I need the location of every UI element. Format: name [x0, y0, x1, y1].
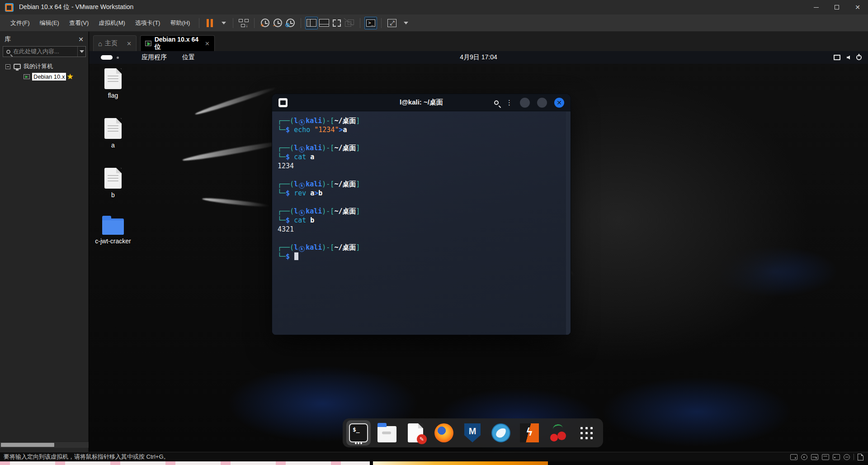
menu-item-3[interactable]: 虚拟机(M)	[94, 17, 130, 29]
terminal-window[interactable]: l@kali: ~/桌面 ⋮ ✕ ┌──(lkkali)-[~/桌面]└─$ e…	[272, 94, 571, 335]
folder-icon	[102, 218, 124, 235]
tree-vm-label: Debian 10.x	[32, 73, 66, 81]
take-snapshot-button[interactable]: +	[259, 17, 271, 29]
workspace-indicator[interactable]	[101, 55, 113, 60]
desktop-icon-label: c-jwt-cracker	[89, 237, 138, 245]
device-status-icons	[790, 454, 868, 460]
editor-icon	[408, 423, 423, 442]
hard-disk-icon[interactable]	[790, 454, 797, 460]
tab-home[interactable]: ⌂ 主页 ✕	[93, 35, 137, 51]
tab-strip: ⌂ 主页 ✕ Debian 10.x 64 位 ✕	[89, 32, 868, 51]
dock-item-terminal[interactable]	[346, 420, 371, 446]
workspace-dot[interactable]	[117, 57, 119, 59]
terminal-block: ┌──(lkkali)-[~/桌面]└─$ echo "1234">a	[278, 116, 360, 134]
terminal-titlebar[interactable]: l@kali: ~/桌面 ⋮ ✕	[272, 94, 571, 111]
tree-root-label: 我的计算机	[24, 62, 53, 71]
dock-item-grid[interactable]	[574, 420, 599, 446]
search-placeholder: 在此处键入内容...	[13, 47, 59, 56]
menu-item-4[interactable]: 选项卡(T)	[130, 17, 165, 29]
dock-item-msf[interactable]	[460, 420, 485, 446]
vm-console-screen: 应用程序位置 4月9日 17:04 flag a b c-jwt-cracker…	[89, 51, 868, 452]
tab-home-label: 主页	[105, 39, 118, 47]
message-log-icon[interactable]	[858, 454, 863, 460]
menu-items: 文件(F)编辑(E)查看(V)虚拟机(M)选项卡(T)帮助(H)	[0, 17, 195, 29]
search-dropdown-icon[interactable]	[77, 47, 85, 57]
desktop-icon-flag[interactable]: flag	[89, 68, 138, 99]
sidebar-horizontal-scrollbar[interactable]	[0, 441, 89, 448]
tree-item-my-computer[interactable]: 我的计算机	[0, 62, 89, 71]
dock-item-burp[interactable]	[517, 420, 542, 446]
status-separator	[854, 454, 854, 460]
files-icon	[377, 426, 396, 442]
tab-home-close-icon[interactable]: ✕	[127, 40, 132, 47]
dock-item-files[interactable]	[375, 420, 399, 446]
terminal-minimize-button[interactable]	[520, 98, 530, 108]
vmware-titlebar: Debian 10.x 64 位 - VMware Workstation ✕	[0, 0, 868, 14]
dock-item-firefox[interactable]	[432, 420, 456, 446]
menu-item-1[interactable]: 编辑(E)	[35, 17, 64, 29]
desktop-icon-a[interactable]: a	[89, 118, 138, 149]
vmware-menubar: 文件(F)编辑(E)查看(V)虚拟机(M)选项卡(T)帮助(H) ↓ + ← ⚙…	[0, 14, 868, 32]
maximize-button[interactable]	[826, 0, 847, 14]
terminal-maximize-button[interactable]	[537, 98, 547, 108]
power-dropdown[interactable]	[216, 17, 229, 29]
tree-item-debian-vm[interactable]: Debian 10.x ★	[0, 71, 89, 81]
library-close-icon[interactable]: ✕	[78, 36, 84, 43]
desktop-icon-b[interactable]: b	[89, 168, 138, 199]
menu-item-0[interactable]: 文件(F)	[5, 17, 35, 29]
vm-running-icon	[145, 41, 151, 46]
search-icon	[6, 50, 10, 54]
unity-mode-button[interactable]	[343, 17, 356, 29]
desktop-icon-label: b	[89, 191, 138, 199]
free-stretch-button[interactable]: ⤢	[386, 17, 398, 29]
tab-debian-vm[interactable]: Debian 10.x 64 位 ✕	[140, 35, 215, 51]
dock-item-wireshark[interactable]	[489, 420, 513, 446]
vm-icon	[24, 74, 30, 79]
panel-menus: 应用程序位置	[137, 52, 199, 63]
show-thumbnail-bar-toggle[interactable]	[318, 17, 330, 29]
stretch-dropdown[interactable]	[398, 17, 411, 29]
display-settings-icon[interactable]	[834, 55, 840, 60]
collapse-icon[interactable]	[5, 64, 10, 69]
vmware-statusbar: 要将输入定向到该虚拟机，请将鼠标指针移入其中或按 Ctrl+G。	[0, 452, 868, 461]
fullscreen-button[interactable]	[330, 17, 343, 29]
grid-icon	[577, 423, 596, 442]
power-icon[interactable]	[856, 55, 862, 60]
dock-item-editor[interactable]	[403, 420, 428, 446]
dock-item-cherry[interactable]	[546, 420, 570, 446]
show-library-toggle[interactable]	[305, 17, 318, 29]
terminal-search-icon[interactable]	[494, 100, 499, 105]
cd-dvd-icon[interactable]	[801, 454, 807, 460]
vmware-logo-icon	[5, 3, 14, 11]
manage-snapshots-button[interactable]: ⚙	[284, 17, 297, 29]
sound-icon[interactable]	[833, 454, 840, 460]
terminal-scrollbar[interactable]	[566, 112, 571, 335]
close-button[interactable]: ✕	[847, 0, 868, 14]
menu-item-5[interactable]: 帮助(H)	[165, 17, 195, 29]
send-ctrl-alt-del-button[interactable]: ↓	[237, 17, 250, 29]
desktop-icon-c-jwt-cracker[interactable]: c-jwt-cracker	[89, 218, 138, 245]
file-icon	[104, 168, 122, 189]
power-pause-button[interactable]	[203, 17, 216, 29]
revert-snapshot-button[interactable]: ←	[271, 17, 284, 29]
usb-icon[interactable]	[844, 454, 850, 460]
volume-icon[interactable]	[847, 56, 850, 60]
network-adapter-icon[interactable]	[811, 454, 818, 460]
minimize-button[interactable]	[806, 0, 826, 14]
menu-item-2[interactable]: 查看(V)	[64, 17, 94, 29]
panel-menu-1[interactable]: 位置	[178, 52, 199, 63]
panel-clock[interactable]: 4月9日 17:04	[460, 51, 497, 64]
terminal-menu-icon[interactable]: ⋮	[506, 100, 513, 105]
printer-icon[interactable]	[822, 454, 829, 460]
library-title: 库	[5, 35, 11, 43]
terminal-close-button[interactable]: ✕	[554, 98, 564, 108]
terminal-block: ┌──(lkkali)-[~/桌面]└─$ cat a1234	[278, 143, 360, 171]
panel-menu-0[interactable]: 应用程序	[137, 52, 171, 63]
library-search-input[interactable]: 在此处键入内容...	[3, 46, 86, 57]
burp-icon	[520, 423, 539, 442]
console-view-toggle[interactable]: >_	[364, 17, 377, 29]
terminal-body[interactable]: ┌──(lkkali)-[~/桌面]└─$ echo "1234">a┌──(l…	[272, 112, 571, 335]
terminal-title: l@kali: ~/桌面	[400, 98, 443, 107]
wireshark-icon	[491, 423, 510, 442]
tab-vm-close-icon[interactable]: ✕	[205, 40, 210, 47]
